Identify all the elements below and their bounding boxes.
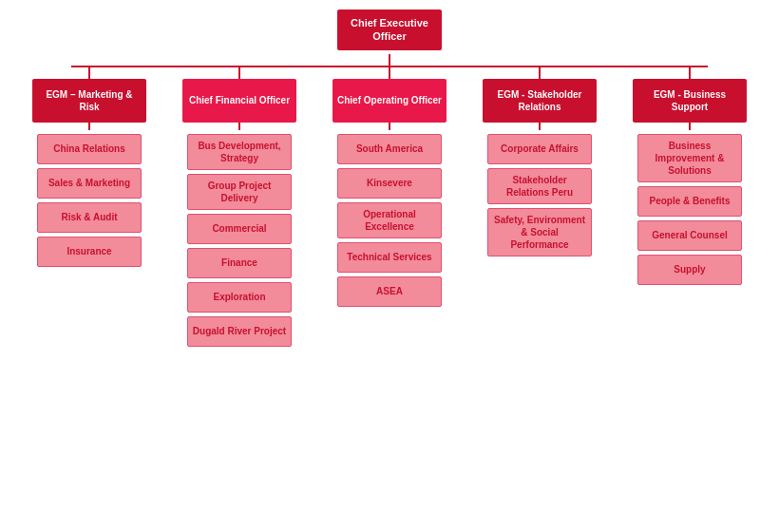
col-vline-mid-col1 bbox=[88, 123, 90, 130]
col-children-col1: China RelationsSales & MarketingRisk & A… bbox=[32, 134, 146, 267]
col-vline-mid-col5 bbox=[689, 123, 691, 130]
col-vline-mid-col3 bbox=[389, 123, 390, 130]
col-vline-mid-col4 bbox=[539, 123, 541, 130]
child-box-col2-4: Exploration bbox=[187, 282, 292, 313]
child-box-col1-1: Sales & Marketing bbox=[37, 168, 142, 199]
child-box-col2-3: Finance bbox=[187, 248, 292, 278]
child-box-col3-0: South America bbox=[337, 134, 442, 164]
ceo-box: Chief Executive Officer bbox=[337, 10, 442, 50]
child-box-col3-2: Operational Excellence bbox=[337, 202, 442, 238]
col-children-col3: South AmericaKinsevereOperational Excell… bbox=[332, 134, 446, 307]
child-box-col5-1: People & Benefits bbox=[637, 186, 742, 217]
column-col5: EGM - Business SupportBusiness Improveme… bbox=[623, 67, 756, 347]
col-children-col5: Business Improvement & SolutionsPeople &… bbox=[633, 134, 747, 285]
column-col3: Chief Operating OfficerSouth AmericaKins… bbox=[323, 67, 456, 347]
col-vline-top-col3 bbox=[389, 67, 390, 79]
col-header-col4: EGM - Stakeholder Relations bbox=[483, 79, 597, 123]
col-vline-top-col5 bbox=[689, 67, 691, 79]
col-header-col5: EGM - Business Support bbox=[633, 79, 747, 123]
child-box-col5-3: Supply bbox=[637, 255, 742, 285]
child-box-col2-2: Commercial bbox=[187, 214, 292, 244]
column-col2: Chief Financial OfficerBus Development, … bbox=[173, 67, 306, 347]
child-box-col1-3: Insurance bbox=[37, 237, 142, 267]
col-header-col3: Chief Operating Officer bbox=[332, 79, 446, 123]
column-col4: EGM - Stakeholder RelationsCorporate Aff… bbox=[473, 67, 606, 347]
ceo-vline bbox=[389, 54, 390, 66]
child-box-col5-0: Business Improvement & Solutions bbox=[637, 134, 742, 182]
child-box-col1-2: Risk & Audit bbox=[37, 202, 142, 233]
col-children-col2: Bus Development, StrategyGroup Project D… bbox=[182, 134, 296, 347]
col-children-col4: Corporate AffairsStakeholder Relations P… bbox=[483, 134, 597, 256]
ceo-row: Chief Executive Officer bbox=[5, 10, 774, 50]
child-box-col4-1: Stakeholder Relations Peru bbox=[487, 168, 592, 204]
child-box-col2-5: Dugald River Project bbox=[187, 316, 292, 347]
child-box-col5-2: General Counsel bbox=[637, 220, 742, 251]
column-col1: EGM – Marketing & RiskChina RelationsSal… bbox=[23, 67, 156, 347]
child-box-col3-1: Kinsevere bbox=[337, 168, 442, 199]
col-vline-top-col2 bbox=[238, 67, 240, 79]
child-box-col4-2: Safety, Environment & Social Performance bbox=[487, 208, 592, 256]
col-vline-top-col4 bbox=[539, 67, 541, 79]
child-box-col1-0: China Relations bbox=[37, 134, 142, 164]
child-box-col2-0: Bus Development, Strategy bbox=[187, 134, 292, 170]
col-header-col2: Chief Financial Officer bbox=[182, 79, 296, 123]
child-box-col3-4: ASEA bbox=[337, 276, 442, 307]
col-vline-top-col1 bbox=[88, 67, 90, 79]
child-box-col3-3: Technical Services bbox=[337, 242, 442, 273]
level2-container: EGM – Marketing & RiskChina RelationsSal… bbox=[5, 67, 774, 347]
col-header-col1: EGM – Marketing & Risk bbox=[32, 79, 146, 123]
child-box-col4-0: Corporate Affairs bbox=[487, 134, 592, 164]
child-box-col2-1: Group Project Delivery bbox=[187, 174, 292, 210]
col-vline-mid-col2 bbox=[238, 123, 240, 130]
